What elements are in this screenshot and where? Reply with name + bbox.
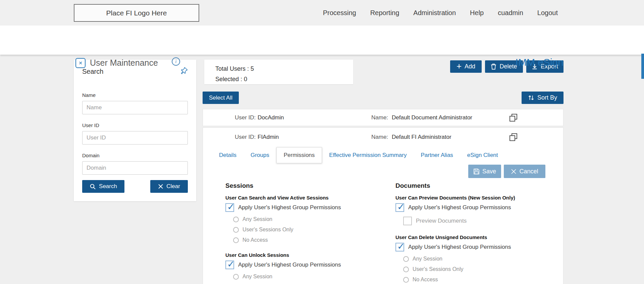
search-panel-title: Search [82, 68, 103, 75]
checkbox-label: Apply User's Highest Group Permissions [238, 262, 341, 268]
pin-icon[interactable] [179, 67, 188, 77]
nav-item-reporting[interactable]: Reporting [370, 9, 399, 17]
summary-card: Total Users : 5 Selected : 0 [204, 60, 353, 84]
perm-group-title: User Can Delete Unsigned Documents [395, 234, 556, 240]
apply-highest-permissions-checkbox[interactable] [395, 243, 404, 251]
total-users-text: Total Users : 5 [215, 64, 353, 74]
detail-tabs: Details Groups Permissions Effective Per… [212, 147, 505, 163]
tab-esign-client[interactable]: eSign Client [460, 147, 505, 163]
content-area: Search Name User ID Domain [0, 55, 644, 284]
selected-users-text: Selected : 0 [215, 74, 353, 84]
fi-logo-text: Place FI Logo Here [106, 9, 167, 17]
radio-label: User's Sessions Only [243, 227, 293, 233]
radio-label: Any Session [243, 216, 272, 222]
app-icon-glyph: ✕ [78, 60, 83, 66]
nav-item-processing[interactable]: Processing [323, 9, 356, 17]
tab-details[interactable]: Details [212, 147, 244, 163]
delete-button-label: Delete [499, 63, 517, 70]
info-icon[interactable]: i [172, 57, 180, 66]
plus-icon: + [457, 62, 462, 70]
info-icon-glyph: i [175, 59, 177, 64]
page-title: User Maintenance [90, 58, 158, 68]
perm-group-title: User Can Search and View Active Sessions [225, 195, 386, 201]
any-session-radio[interactable] [233, 217, 239, 222]
fi-logo-placeholder: Place FI Logo Here [74, 4, 199, 22]
apply-highest-permissions-checkbox[interactable] [225, 203, 234, 212]
radio-label: Any Session [243, 274, 272, 280]
tab-groups[interactable]: Groups [244, 147, 276, 163]
userid-field-label: User ID [82, 122, 188, 128]
apply-highest-permissions-checkbox[interactable] [225, 261, 234, 269]
checkbox-label: Apply User's Highest Group Permissions [238, 204, 341, 211]
domain-input[interactable] [82, 161, 188, 175]
name-input[interactable] [82, 101, 188, 114]
apply-highest-permissions-checkbox[interactable] [395, 203, 404, 212]
preview-documents-checkbox[interactable] [403, 217, 412, 225]
users-sessions-only-radio[interactable] [233, 227, 239, 233]
perm-group-title: User Can Unlock Sessions [225, 252, 386, 258]
tab-effective-permission-summary[interactable]: Effective Permission Summary [322, 147, 414, 163]
documents-heading: Documents [395, 182, 556, 189]
scrollbar-thumb[interactable] [641, 54, 644, 79]
sessions-heading: Sessions [225, 182, 386, 189]
cancel-button-label: Cancel [519, 168, 538, 175]
nav-item-administration[interactable]: Administration [413, 9, 456, 17]
copy-icon[interactable] [509, 132, 518, 141]
no-access-radio[interactable] [233, 237, 239, 243]
add-button[interactable]: + Add [450, 60, 482, 73]
user-row-fiadmin[interactable]: User ID: FIAdmin Name: Default FI Admini… [203, 128, 563, 146]
select-all-label: Select All [209, 95, 232, 101]
search-field-name: Name [82, 92, 188, 114]
page-header: ✕ User Maintenance i IMM eSign [0, 25, 644, 55]
any-session-radio[interactable] [403, 256, 409, 262]
save-disk-icon [473, 168, 480, 175]
name-field-label: Name [82, 92, 188, 98]
user-row-docadmin[interactable]: User ID: DocAdmin Name: Default Document… [203, 109, 564, 126]
search-button-label: Search [99, 183, 117, 190]
tab-permissions[interactable]: Permissions [276, 147, 322, 163]
user-maintenance-icon: ✕ [75, 58, 86, 68]
top-nav: Place FI Logo Here Processing Reporting … [0, 0, 644, 25]
radio-label: No Access [243, 237, 268, 243]
search-panel: Search Name User ID Domain [74, 60, 196, 201]
clear-button[interactable]: Clear [150, 180, 188, 193]
radio-label: User's Sessions Only [413, 266, 464, 272]
checkbox-label: Preview Documents [416, 218, 467, 224]
tab-partner-alias[interactable]: Partner Alias [414, 147, 460, 163]
user-id-label: User ID: [235, 114, 256, 121]
checkbox-label: Apply User's Highest Group Permissions [408, 244, 511, 250]
name-label: Name: [371, 114, 388, 121]
detail-actions: Save Cancel [468, 165, 545, 178]
search-icon [90, 183, 96, 190]
radio-label: Any Session [413, 256, 442, 262]
search-field-userid: User ID [82, 122, 188, 145]
users-sessions-only-radio[interactable] [403, 267, 409, 272]
user-id-value: DocAdmin [258, 114, 284, 121]
userid-input[interactable] [82, 131, 188, 145]
user-row-fiadmin-expanded: User ID: FIAdmin Name: Default FI Admini… [203, 127, 564, 284]
sort-by-button[interactable]: Sort By [522, 92, 564, 104]
nav-item-username[interactable]: cuadmin [498, 9, 523, 17]
name-value: Default Document Administrator [392, 114, 472, 121]
copy-icon[interactable] [509, 113, 518, 122]
save-button[interactable]: Save [468, 165, 501, 178]
select-all-button[interactable]: Select All [203, 92, 239, 104]
any-session-radio[interactable] [233, 274, 239, 280]
search-field-domain: Domain [82, 153, 188, 175]
radio-label: No Access [413, 277, 438, 283]
name-label: Name: [371, 134, 388, 140]
nav-item-logout[interactable]: Logout [537, 9, 558, 17]
documents-section: Documents User Can Preview Documents (Ne… [395, 182, 556, 283]
user-id-value: FIAdmin [258, 134, 279, 140]
domain-field-label: Domain [82, 153, 188, 158]
cancel-button[interactable]: Cancel [504, 165, 545, 178]
search-button[interactable]: Search [82, 180, 124, 193]
top-nav-menu: Processing Reporting Administration Help… [323, 0, 558, 25]
nav-item-help[interactable]: Help [470, 9, 484, 17]
no-access-radio[interactable] [403, 277, 409, 283]
trash-icon [491, 63, 496, 70]
cancel-x-icon [511, 169, 517, 174]
save-button-label: Save [482, 168, 496, 175]
user-id-label: User ID: [235, 134, 256, 140]
name-value: Default FI Administrator [392, 134, 451, 140]
